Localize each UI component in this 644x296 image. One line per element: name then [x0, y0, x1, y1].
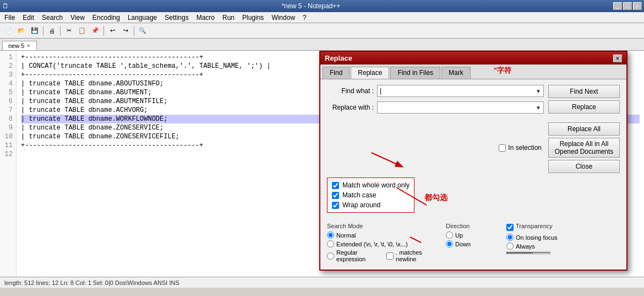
title-bar-controls: _ □ × — [613, 2, 642, 10]
line-numbers: 123456789101112 — [0, 51, 17, 277]
tab-find[interactable]: Find — [323, 67, 350, 79]
menu-item-edit[interactable]: Edit — [19, 13, 37, 23]
find-what-row: Find what : | ▼ — [327, 85, 544, 97]
tab-find-in-files[interactable]: Find in Files — [390, 67, 440, 79]
menu-item-search[interactable]: Search — [39, 13, 66, 23]
replace-all-docs-button[interactable]: Replace All in All Opened Documents — [548, 138, 620, 158]
up-label: Up — [455, 232, 463, 239]
title-bar-left: 🗒 — [2, 2, 9, 10]
direction-section: Direction Up Down — [446, 223, 501, 264]
menu-item-view[interactable]: View — [67, 13, 88, 23]
matches-newline-checkbox[interactable] — [386, 252, 394, 260]
down-label: Down — [455, 241, 471, 247]
dialog-action-buttons: Find Next Replace — [548, 85, 620, 118]
replace-with-label: Replace with : — [327, 104, 374, 111]
normal-radio[interactable] — [327, 232, 334, 239]
menu-item-plugins[interactable]: Plugins — [239, 13, 267, 23]
replace-with-row: Replace with : ▼ — [327, 101, 544, 114]
match-case-checkbox[interactable] — [332, 192, 339, 199]
extended-radio-row: Extended (\n, \r, \t, \0, \x...) — [327, 240, 440, 247]
regexp-label: Regular expression — [336, 249, 384, 262]
regexp-radio[interactable] — [327, 252, 334, 260]
menu-item-encoding[interactable]: Encoding — [89, 13, 123, 23]
find-what-dropdown-arrow[interactable]: ▼ — [536, 88, 541, 94]
replace-button[interactable]: Replace — [548, 100, 620, 114]
line-number-5: 5 — [3, 88, 13, 97]
tab-close-icon[interactable]: ✕ — [26, 43, 31, 49]
toolbar-save[interactable]: 💾 — [29, 25, 41, 37]
up-radio-row: Up — [446, 232, 501, 239]
line-number-9: 9 — [3, 123, 13, 132]
up-radio[interactable] — [446, 232, 453, 239]
dialog-title: Replace — [325, 54, 352, 62]
transparency-checkbox[interactable] — [506, 224, 514, 231]
window-title: *new 5 - Notepad++ — [9, 2, 613, 10]
tab-mark[interactable]: Mark — [441, 67, 471, 79]
toolbar-new[interactable]: 📄 — [2, 25, 14, 37]
normal-label: Normal — [336, 232, 356, 239]
toolbar-cut[interactable]: ✂ — [63, 25, 75, 37]
match-whole-word-checkbox[interactable] — [332, 182, 339, 189]
match-case-row: Match case — [332, 191, 410, 199]
toolbar-paste[interactable]: 📌 — [89, 25, 101, 37]
line-number-3: 3 — [3, 71, 13, 79]
toolbar-separator-2 — [60, 26, 61, 36]
on-losing-focus-radio[interactable] — [506, 234, 514, 241]
menu-item-settings[interactable]: Settings — [161, 13, 192, 23]
wrap-around-row: Wrap around — [332, 201, 410, 209]
in-selection-checkbox[interactable] — [499, 144, 506, 152]
menu-item-file[interactable]: File — [1, 13, 18, 23]
down-radio[interactable] — [446, 240, 453, 247]
main-content: 123456789101112 +-----------------------… — [0, 51, 644, 288]
always-label: Always — [516, 243, 535, 250]
tab-label: new 5 — [8, 42, 24, 49]
toolbar-print[interactable]: 🖨 — [46, 25, 58, 37]
status-text: length: 512 lines: 12 Ln: 8 Col: 1 Sel: … — [4, 279, 179, 286]
menu-item-language[interactable]: Language — [124, 13, 160, 23]
tab-bar: new 5 ✕ — [0, 39, 644, 51]
toolbar-separator-4 — [134, 26, 134, 36]
toolbar-find[interactable]: 🔍 — [137, 25, 149, 37]
toolbar-separator-1 — [43, 26, 43, 36]
dialog-close-button[interactable]: × — [613, 55, 622, 62]
minimize-button[interactable]: _ — [613, 2, 622, 10]
replace-all-button[interactable]: Replace All — [548, 122, 620, 136]
wrap-around-checkbox[interactable] — [332, 202, 339, 209]
line-number-8: 8 — [3, 115, 13, 123]
line-number-4: 4 — [3, 79, 13, 88]
editor-area: 123456789101112 +-----------------------… — [0, 51, 644, 277]
close-button[interactable]: Close — [548, 160, 620, 173]
extended-radio[interactable] — [327, 240, 334, 247]
on-losing-focus-row: On losing focus — [506, 234, 620, 241]
always-radio[interactable] — [506, 243, 514, 250]
match-whole-word-row: Match whole word only — [332, 181, 410, 189]
search-mode-title: Search Mode — [327, 223, 440, 229]
replace-with-dropdown-arrow[interactable]: ▼ — [536, 105, 541, 111]
dialog-title-bar: Replace × — [320, 52, 626, 64]
tab-replace[interactable]: Replace — [351, 67, 389, 79]
transparency-slider[interactable] — [506, 252, 550, 254]
find-next-button[interactable]: Find Next — [548, 85, 620, 98]
toolbar-open[interactable]: 📂 — [15, 25, 28, 37]
search-mode-section: Search Mode Normal Extended (\n, \r, \t,… — [327, 223, 440, 264]
menu-item-window[interactable]: Window — [268, 13, 298, 23]
toolbar-copy[interactable]: 📋 — [76, 25, 88, 37]
in-selection-label: In selection — [508, 144, 542, 152]
find-what-value: | — [380, 87, 381, 95]
find-what-label: Find what : — [327, 87, 374, 95]
line-number-6: 6 — [3, 97, 13, 106]
toolbar-undo[interactable]: ↩ — [106, 25, 118, 37]
down-radio-row: Down — [446, 240, 501, 247]
tab-new5[interactable]: new 5 ✕ — [2, 41, 37, 50]
replace-with-input[interactable]: ▼ — [377, 101, 544, 114]
menu-item-macro[interactable]: Macro — [193, 13, 218, 23]
on-losing-focus-label: On losing focus — [516, 234, 558, 241]
menu-item-?[interactable]: ? — [299, 13, 310, 23]
find-what-input[interactable]: | ▼ — [377, 85, 544, 97]
line-number-12: 12 — [3, 150, 13, 159]
menu-item-run[interactable]: Run — [219, 13, 238, 23]
maximize-button[interactable]: □ — [623, 2, 632, 10]
dialog-tabs: Find Replace Find in Files Mark "字符 — [320, 64, 626, 79]
toolbar-redo[interactable]: ↪ — [119, 25, 132, 37]
close-button[interactable]: × — [633, 2, 642, 10]
